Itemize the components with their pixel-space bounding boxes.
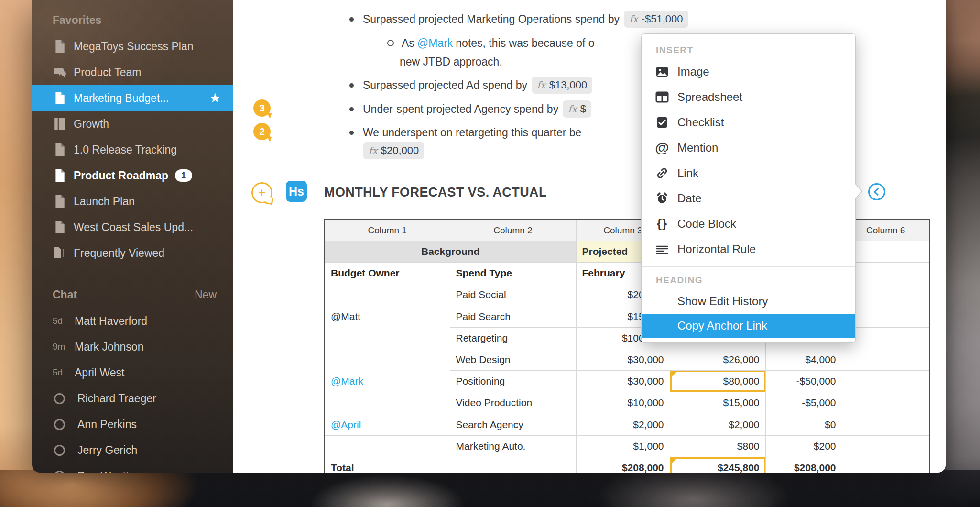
code-block-icon: {} <box>654 216 670 232</box>
image-icon <box>654 64 670 80</box>
presence-ring-icon <box>54 419 65 430</box>
fx-icon: fx <box>537 79 546 91</box>
bullet-agency-spend[interactable]: Under-spent projected Agency spend by fx… <box>349 100 591 118</box>
chat-item-mark-johnson[interactable]: 9m Mark Johnson <box>32 334 233 360</box>
sidebar-item-frequently-viewed[interactable]: Frequently Viewed <box>32 240 233 266</box>
menu-item-spreadsheet[interactable]: Spreadsheet <box>642 84 855 110</box>
spreadsheet-icon <box>654 89 670 105</box>
sidebar-item-growth[interactable]: Growth <box>32 111 233 137</box>
menu-item-link[interactable]: Link <box>642 160 855 186</box>
presence-ring-icon <box>54 471 65 473</box>
sidebar-item-release-tracking[interactable]: 1.0 Release Tracking <box>32 137 233 163</box>
bullet-dot-icon <box>349 131 354 135</box>
sidebar-item-megatoys-success-plan[interactable]: MegaToys Success Plan <box>32 33 233 59</box>
chat-item-april-west[interactable]: 5d April West <box>32 360 233 386</box>
menu-item-checklist[interactable]: Checklist <box>642 110 855 135</box>
bullet-underspent-retargeting[interactable]: We underspent on retargeting this quarte… <box>349 123 581 142</box>
owner-cell-mention[interactable]: @April <box>325 414 450 435</box>
heading-style-marker[interactable]: Hs <box>286 181 307 202</box>
table-row[interactable]: @April Search Agency $2,000 $2,000 $0 <box>325 414 930 435</box>
sidebar-item-west-coast-sales[interactable]: West Coast Sales Upd... <box>32 214 233 240</box>
desktop: Favorites MegaToys Success Plan Product … <box>0 0 980 507</box>
sidebar-item-launch-plan[interactable]: Launch Plan <box>32 188 233 214</box>
chat-header: Chat <box>53 287 77 303</box>
fx-icon: fx <box>629 13 638 25</box>
menu-item-show-edit-history[interactable]: Show Edit History <box>642 289 855 314</box>
sub-bullet-mark-notes[interactable]: As @Mark notes, this was because of o <box>387 34 595 52</box>
date-icon <box>654 190 670 207</box>
background-band-cell[interactable]: Background <box>325 241 576 263</box>
menu-item-date[interactable]: Date <box>642 186 855 211</box>
formula-chip[interactable]: fx$20,000 <box>363 142 424 159</box>
journal-icon <box>53 117 67 131</box>
menu-item-copy-anchor-link[interactable]: Copy Anchor Link <box>642 314 855 338</box>
table-row[interactable]: @Mark Web Design $30,000 $26,000 $4,000 <box>325 349 930 370</box>
chat-item-richard-traeger[interactable]: Richard Traeger <box>32 386 233 411</box>
bullet-ad-spend[interactable]: Surpassed projected Ad spend by fx$13,00… <box>349 76 592 94</box>
document-icon <box>53 194 67 209</box>
owner-cell-mention[interactable]: @Mark <box>325 349 450 414</box>
document-icon <box>53 220 67 234</box>
document-icon <box>53 91 67 105</box>
presence-ring-icon <box>54 445 65 456</box>
sidebar: Favorites MegaToys Success Plan Product … <box>32 0 233 473</box>
menu-section-heading: HEADING <box>642 272 855 289</box>
fx-icon: fx <box>369 145 378 156</box>
menu-section-insert: INSERT <box>642 42 855 59</box>
menu-pointer-arrow <box>855 183 862 199</box>
mention-link[interactable]: @Mark <box>417 37 453 50</box>
menu-item-image[interactable]: Image <box>642 59 855 84</box>
comment-count-badge[interactable]: 3 <box>253 99 271 117</box>
mention-icon: @ <box>654 140 670 156</box>
fx-icon: fx <box>568 103 577 115</box>
chat-timestamp: 5d <box>32 367 75 378</box>
document-icon <box>53 39 67 54</box>
table-total-row[interactable]: Total $208,000 $245,800 $208,000 <box>325 457 930 473</box>
insert-context-menu: INSERT Image Spreadsheet Checklist @ Men… <box>641 33 856 343</box>
section-heading[interactable]: MONTHLY FORECAST VS. ACTUAL <box>324 185 547 200</box>
chat-timestamp: 5d <box>32 316 75 326</box>
sidebar-item-marketing-budget[interactable]: Marketing Budget... ★ <box>32 85 233 111</box>
wallpaper-bottom <box>0 470 980 507</box>
chat-item-matt-haverford[interactable]: 5d Matt Haverford <box>32 308 233 334</box>
chat-item-jerry-gerich[interactable]: Jerry Gerich <box>32 437 233 463</box>
owner-cell[interactable]: @Matt <box>325 284 450 349</box>
chat-item-partial[interactable]: Ron Wyatt <box>32 463 233 473</box>
checklist-icon <box>654 114 670 131</box>
document-icon <box>53 143 67 157</box>
sidebar-item-product-roadmap[interactable]: Product Roadmap 1 <box>32 163 233 188</box>
menu-divider <box>642 266 855 267</box>
favorites-header: Favorites <box>53 12 101 28</box>
formula-chip[interactable]: fx$ <box>563 100 591 118</box>
horizontal-rule-icon <box>654 241 670 257</box>
comment-highlighted-cell[interactable]: $80,000 <box>670 371 765 392</box>
comment-highlighted-cell[interactable]: $245,800 <box>670 457 765 473</box>
new-chat-button[interactable]: New <box>195 287 217 303</box>
bullet-underspent-chip-line[interactable]: fx$20,000 <box>363 142 424 160</box>
formula-chip[interactable]: fx$13,000 <box>532 77 592 94</box>
chat-item-ann-perkins[interactable]: Ann Perkins <box>32 411 233 437</box>
bullet-dot-icon <box>349 17 354 22</box>
star-icon[interactable]: ★ <box>209 90 221 106</box>
hollow-bullet-icon <box>387 40 394 46</box>
stacked-documents-icon <box>53 246 67 260</box>
unread-count-badge: 1 <box>175 169 192 182</box>
comment-count-badge[interactable]: 2 <box>253 123 271 140</box>
menu-item-code-block[interactable]: {} Code Block <box>642 211 855 236</box>
sidebar-item-product-team[interactable]: Product Team <box>32 59 233 85</box>
chat-timestamp: 9m <box>32 342 75 352</box>
anchor-chevron-button[interactable] <box>868 183 885 200</box>
bullet-dot-icon <box>349 107 354 111</box>
formula-chip[interactable]: fx-$51,000 <box>624 11 688 28</box>
menu-item-mention[interactable]: @ Mention <box>642 135 855 160</box>
sub-bullet-line2[interactable]: new JTBD approach. <box>400 53 502 71</box>
presence-ring-icon <box>54 393 65 404</box>
table-row[interactable]: Marketing Auto. $1,000 $800 $200 <box>325 435 930 457</box>
menu-item-horizontal-rule[interactable]: Horizontal Rule <box>642 236 855 262</box>
chevron-left-icon <box>873 188 882 196</box>
chat-bubbles-icon <box>53 65 67 79</box>
document-icon <box>53 168 67 183</box>
add-comment-icon[interactable]: + <box>251 182 272 203</box>
bullet-dot-icon <box>349 83 354 88</box>
bullet-marketing-operations[interactable]: Surpassed projected Marketing Operations… <box>349 10 688 28</box>
